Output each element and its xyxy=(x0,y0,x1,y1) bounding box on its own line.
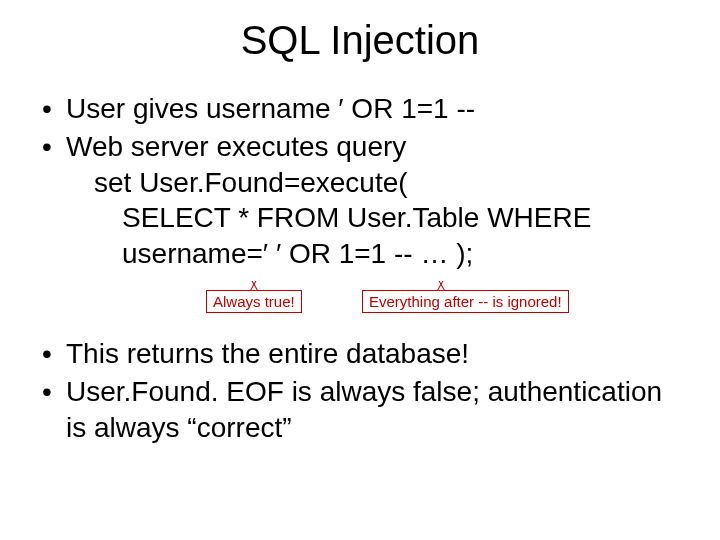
callout-ignored: Everything after -- is ignored! xyxy=(362,290,569,313)
bullet-list: User gives username ′ OR 1=1 -- Web serv… xyxy=(38,91,682,272)
code-line-set: set User.Found=execute( xyxy=(94,165,682,201)
bullet-webserver-text: Web server executes query xyxy=(66,131,406,162)
callout-always-true-text: Always true! xyxy=(213,293,295,310)
callout-always-true: Always true! xyxy=(206,290,302,313)
annotation-row: Always true! Everything after -- is igno… xyxy=(38,276,682,328)
bullet-list-2: This returns the entire database! User.F… xyxy=(38,336,682,445)
slide: SQL Injection User gives username ′ OR 1… xyxy=(0,0,720,540)
callout-pointer-icon xyxy=(434,281,448,291)
bullet-user-input: User gives username ′ OR 1=1 -- xyxy=(38,91,682,127)
bullet-eof-false: User.Found. EOF is always false; authent… xyxy=(38,374,682,446)
slide-title: SQL Injection xyxy=(38,18,682,63)
code-line-select: SELECT * FROM User.Table WHERE xyxy=(122,200,682,236)
callout-pointer-icon xyxy=(247,281,261,291)
callout-ignored-text: Everything after -- is ignored! xyxy=(369,293,562,310)
code-line-where: username=′ ′ OR 1=1 -- … ); xyxy=(122,236,682,272)
bullet-webserver: Web server executes query set User.Found… xyxy=(38,129,682,272)
bullet-returns-db: This returns the entire database! xyxy=(38,336,682,372)
